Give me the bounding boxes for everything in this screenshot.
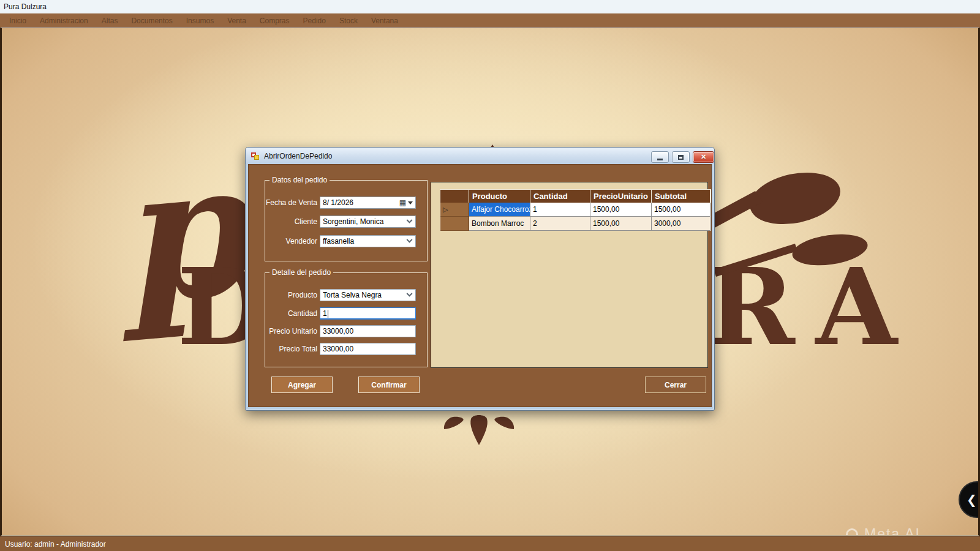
cell-producto[interactable]: Bombon Marroc bbox=[469, 217, 530, 231]
menu-item-4[interactable]: Insumos bbox=[179, 17, 221, 25]
menu-item-9[interactable]: Ventana bbox=[364, 17, 405, 25]
table-row[interactable]: Bombon Marroc 2 1500,00 3000,00 bbox=[440, 217, 710, 231]
agregar-button[interactable]: Agregar bbox=[271, 377, 333, 393]
dialog-client-area: Datos del pedido Fecha de Venta 8/ 1/202… bbox=[248, 164, 712, 407]
mdi-client-area: pura DULZURA bbox=[0, 28, 980, 536]
precio-unitario-input[interactable]: 33000,00 bbox=[320, 325, 416, 337]
grid-header-row: Producto Cantidad PrecioUnitario Subtota… bbox=[440, 190, 710, 203]
app-titlebar[interactable]: Pura Dulzura bbox=[0, 0, 980, 13]
cliente-label: Cliente bbox=[265, 217, 317, 226]
form-icon bbox=[251, 152, 260, 160]
datos-del-pedido-group: Datos del pedido Fecha de Venta 8/ 1/202… bbox=[265, 180, 428, 261]
fleur-ornament-bottom bbox=[444, 415, 514, 445]
watermark: Meta AI bbox=[846, 526, 921, 536]
producto-label: Producto bbox=[265, 291, 317, 299]
detalle-del-pedido-group: Detalle del pedido Producto Torta Selva … bbox=[265, 272, 428, 367]
menu-item-1[interactable]: Administracion bbox=[33, 17, 95, 25]
menu-item-3[interactable]: Documentos bbox=[124, 17, 179, 25]
menu-item-0[interactable]: Inicio bbox=[2, 17, 33, 25]
producto-combobox[interactable]: Torta Selva Negra bbox=[320, 289, 416, 301]
group-title: Datos del pedido bbox=[270, 176, 330, 184]
column-header-preciounitario[interactable]: PrecioUnitario bbox=[590, 190, 652, 203]
maximize-button[interactable] bbox=[672, 151, 690, 163]
group-title: Detalle del pedido bbox=[270, 268, 333, 277]
app-title: Pura Dulzura bbox=[4, 2, 47, 11]
order-dialog: AbrirOrdenDePedido ✕ Datos del pedido Fe… bbox=[245, 147, 715, 411]
close-button[interactable]: ✕ bbox=[693, 151, 714, 163]
cell-producto[interactable]: Alfajor Chocoarroz bbox=[469, 203, 530, 217]
row-selector-arrow-icon: ▷ bbox=[443, 206, 448, 214]
table-row[interactable]: ▷ Alfajor Chocoarroz 1 1500,00 1500,00 bbox=[440, 203, 710, 217]
menu-item-5[interactable]: Venta bbox=[221, 17, 253, 25]
precio-total-label: Precio Total bbox=[265, 345, 317, 353]
spoon-ornament-1 bbox=[705, 165, 845, 231]
watermark-ring-icon bbox=[846, 528, 858, 537]
dropdown-arrow-icon[interactable] bbox=[408, 201, 413, 204]
chevron-down-icon bbox=[407, 290, 413, 296]
fecha-de-venta-label: Fecha de Venta bbox=[265, 198, 317, 207]
precio-unitario-label: Precio Unitario bbox=[265, 327, 317, 335]
menu-item-7[interactable]: Pedido bbox=[296, 17, 333, 25]
column-header-producto[interactable]: Producto bbox=[469, 190, 530, 203]
grid-corner-cell bbox=[440, 190, 469, 203]
close-icon: ✕ bbox=[701, 153, 706, 161]
minimize-button[interactable] bbox=[651, 151, 669, 163]
cliente-combobox[interactable]: Sorgentini, Monica bbox=[320, 216, 416, 228]
confirmar-button[interactable]: Confirmar bbox=[358, 377, 420, 393]
cell-preciounitario[interactable]: 1500,00 bbox=[590, 203, 652, 217]
cell-subtotal[interactable]: 1500,00 bbox=[652, 203, 710, 217]
vendedor-combobox[interactable]: ffasanella bbox=[320, 235, 416, 247]
back-chevron-icon: ❮ bbox=[967, 492, 977, 507]
status-user-label: Usuario: admin - Administrador bbox=[5, 540, 106, 549]
precio-total-input[interactable]: 33000,00 bbox=[320, 343, 416, 355]
cell-cantidad[interactable]: 1 bbox=[530, 203, 590, 217]
order-items-grid[interactable]: Producto Cantidad PrecioUnitario Subtota… bbox=[440, 189, 711, 231]
row-header-cell[interactable]: ▷ bbox=[440, 203, 469, 217]
watermark-label: Meta AI bbox=[864, 526, 921, 536]
status-bar: Usuario: admin - Administrador bbox=[0, 536, 980, 551]
cantidad-input[interactable]: 1 bbox=[320, 307, 416, 320]
app-window: Pura Dulzura Inicio Administracion Altas… bbox=[0, 0, 980, 551]
order-items-grid-panel: Producto Cantidad PrecioUnitario Subtota… bbox=[431, 182, 708, 368]
fecha-de-venta-datepicker[interactable]: 8/ 1/2026 ▦ bbox=[320, 197, 416, 209]
text-caret bbox=[328, 310, 328, 318]
menu-item-8[interactable]: Stock bbox=[333, 17, 364, 25]
chevron-down-icon bbox=[407, 217, 413, 223]
vendedor-label: Vendedor bbox=[265, 237, 317, 246]
calendar-icon: ▦ bbox=[399, 199, 406, 206]
minimize-icon bbox=[657, 159, 663, 160]
cell-preciounitario[interactable]: 1500,00 bbox=[590, 217, 652, 231]
row-header-cell[interactable] bbox=[440, 217, 469, 231]
menu-item-2[interactable]: Altas bbox=[95, 17, 125, 25]
dialog-titlebar[interactable]: AbrirOrdenDePedido ✕ bbox=[246, 148, 714, 164]
cantidad-label: Cantidad bbox=[265, 309, 317, 318]
menu-bar: Inicio Administracion Altas Documentos I… bbox=[0, 13, 980, 28]
cerrar-button[interactable]: Cerrar bbox=[645, 377, 706, 393]
cell-cantidad[interactable]: 2 bbox=[530, 217, 590, 231]
cell-subtotal[interactable]: 3000,00 bbox=[652, 217, 710, 231]
column-header-cantidad[interactable]: Cantidad bbox=[530, 190, 590, 203]
column-header-subtotal[interactable]: Subtotal bbox=[652, 190, 710, 203]
dialog-title: AbrirOrdenDePedido bbox=[264, 152, 332, 160]
maximize-icon bbox=[678, 155, 684, 160]
chevron-down-icon bbox=[407, 236, 413, 242]
menu-item-6[interactable]: Compras bbox=[253, 17, 296, 25]
